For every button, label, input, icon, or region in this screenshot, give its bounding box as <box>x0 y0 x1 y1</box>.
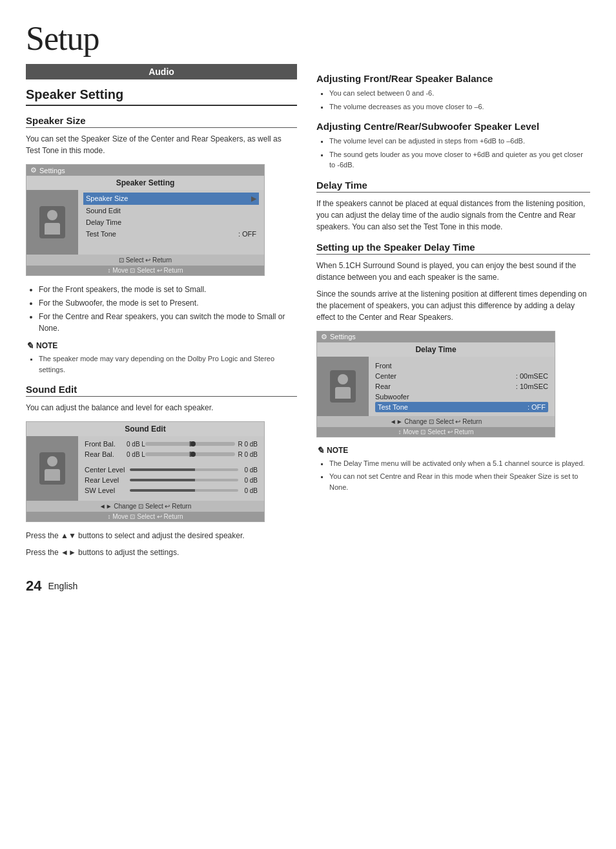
delay-time-title: Delay Time <box>316 180 590 193</box>
dt-subwoofer-label: Subwoofer <box>375 393 409 401</box>
se-body: Front Bal. 0 dB L R 0 dB Rear Bal. 0 dB <box>26 436 264 501</box>
ac-bullet-1: The volume level can be adjusted in step… <box>329 136 590 147</box>
front-bal-label: Front Bal. <box>85 440 127 448</box>
page-language: English <box>48 581 77 591</box>
menu-title: Speaker Setting <box>26 176 264 190</box>
dt-rear-val: : 10mSEC <box>516 383 548 390</box>
speaker-size-note: ✎ NOTE The speaker mode may vary dependi… <box>26 341 297 375</box>
center-level-bar <box>130 468 238 471</box>
dt-footer-label: ◄► Change ⊡ Select ↩ Return <box>390 418 482 425</box>
sw-level-label: SW Level <box>85 487 130 494</box>
dt-center-label: Center <box>375 372 396 380</box>
front-bal-left: 0 dB L <box>127 441 145 448</box>
page-footer: 24 English <box>26 578 297 594</box>
menu-item-test-tone[interactable]: Test Tone : OFF <box>83 228 259 240</box>
sound-edit-screen: Sound Edit Front Bal. 0 dB L <box>26 421 265 522</box>
dt-test-tone-label: Test Tone <box>378 403 408 411</box>
speaker-size-bullets: For the Front speakers, the mode is set … <box>39 284 297 334</box>
se-footer2: ↕ Move ⊡ Select ↩ Return <box>26 512 264 521</box>
dt-content: Front Center : 00mSEC Rear : 10mSEC <box>369 357 555 416</box>
adjusting-centre-bullets: The volume level can be adjusted in step… <box>329 136 590 171</box>
user-avatar <box>26 190 78 255</box>
dt-footer1: ◄► Change ⊡ Select ↩ Return <box>317 416 555 427</box>
ac-bullet-2: The sound gets louder as you move closer… <box>329 149 590 171</box>
front-bal-right: R 0 dB <box>238 441 258 448</box>
bullet-1: For the Front speakers, the mode is set … <box>39 284 297 295</box>
footer2-label: ↕ Move ⊡ Select ↩ Return <box>107 267 183 274</box>
dt-rear-row: Rear : 10mSEC <box>375 381 548 392</box>
dt-note-list: The Delay Time menu will be activated on… <box>329 458 590 493</box>
menu-item-label: Delay Time <box>86 218 121 226</box>
rear-level-bar <box>130 479 238 481</box>
menu-item-label: Speaker Size <box>86 194 128 203</box>
adjusting-centre-title: Adjusting Centre/Rear/Subwoofer Speaker … <box>316 121 590 132</box>
menu-area: Speaker Size ▶ Sound Edit Delay Time <box>26 190 264 255</box>
dt-footer2-label: ↕ Move ⊡ Select ↩ Return <box>398 428 473 435</box>
dt-center-val: : 00mSEC <box>516 372 548 380</box>
note-title: ✎ NOTE <box>26 341 297 351</box>
menu-item-delay-time[interactable]: Delay Time <box>83 216 259 228</box>
press-text-1: Press the ▲▼ buttons to select and adjus… <box>26 530 297 541</box>
rear-bal-label: Rear Bal. <box>85 450 127 458</box>
dt-front-label: Front <box>375 362 392 370</box>
screen-footer1: ⊡ Select ↩ Return <box>26 255 264 266</box>
front-bal-row: Front Bal. 0 dB L R 0 dB <box>85 440 258 448</box>
menu-item-speaker-size[interactable]: Speaker Size ▶ <box>83 193 259 205</box>
sw-level-row: SW Level 0 dB <box>85 487 258 494</box>
gear-icon: ⚙ <box>30 166 37 174</box>
menu-items: Speaker Size ▶ Sound Edit Delay Time <box>78 190 264 255</box>
adjusting-front-rear-section: Adjusting Front/Rear Speaker Balance You… <box>316 73 590 112</box>
sound-edit-title: Sound Edit <box>26 384 297 397</box>
dt-user-avatar <box>317 357 369 416</box>
adjusting-front-rear-title: Adjusting Front/Rear Speaker Balance <box>316 73 590 84</box>
rear-level-label: Rear Level <box>85 476 130 484</box>
rear-level-val: 0 dB <box>238 477 258 484</box>
page-title: Setup <box>26 19 590 58</box>
dt-note-label: NOTE <box>327 446 348 455</box>
center-level-row: Center Level 0 dB <box>85 466 258 474</box>
dt-subwoofer-row: Subwoofer <box>375 392 548 402</box>
rear-bal-bar <box>145 452 236 456</box>
press-text-2: Press the ◄► buttons to adjust the setti… <box>26 547 297 558</box>
bullet-3: For the Centre and Rear speakers, you ca… <box>39 311 297 334</box>
afr-bullet-1: You can select between 0 and -6. <box>329 88 590 99</box>
setting-up-desc2: Since the sounds arrive at the listening… <box>316 288 590 323</box>
se-footer1: ◄► Change ⊡ Select ↩ Return <box>26 501 264 512</box>
dt-header: ⚙ Settings <box>317 331 555 342</box>
menu-item-sound-edit[interactable]: Sound Edit <box>83 205 259 216</box>
delay-time-section: Delay Time If the speakers cannot be pla… <box>316 180 590 493</box>
setting-up-title: Setting up the Speaker Delay Time <box>316 242 590 255</box>
note-item-1: The speaker mode may vary depending on t… <box>39 353 297 375</box>
se-footer2-label: ↕ Move ⊡ Select ↩ Return <box>107 513 183 520</box>
speaker-size-section: Speaker Size You can set the Speaker Siz… <box>26 115 297 375</box>
se-footer-label: ◄► Change ⊡ Select ↩ Return <box>99 503 192 510</box>
footer-label: ⊡ Select ↩ Return <box>119 257 172 264</box>
setting-up-section: Setting up the Speaker Delay Time When 5… <box>316 242 590 437</box>
speaker-size-description: You can set the Speaker Size of the Cent… <box>26 133 297 156</box>
bullet-2: For the Subwoofer, the mode is set to Pr… <box>39 297 297 309</box>
dt-header-label: Settings <box>330 333 356 341</box>
page-number: 24 <box>26 578 41 594</box>
dt-body: Front Center : 00mSEC Rear : 10mSEC <box>317 357 555 416</box>
se-menu-title: Sound Edit <box>26 422 264 436</box>
note-label: NOTE <box>36 341 57 350</box>
sound-edit-section: Sound Edit You can adjust the balance an… <box>26 384 297 558</box>
front-bal-bar <box>145 442 236 446</box>
sw-level-bar <box>130 489 238 492</box>
dt-gear-icon: ⚙ <box>321 333 327 341</box>
center-level-label: Center Level <box>85 466 130 474</box>
arrow-icon: ▶ <box>251 194 256 203</box>
rear-bal-left: 0 dB L <box>127 451 145 458</box>
dt-note-item-2: You can not set Centre and Rear in this … <box>329 471 590 492</box>
delay-time-screen: ⚙ Settings Delay Time <box>316 331 555 437</box>
sw-level-val: 0 dB <box>238 487 258 494</box>
screen-footer2: ↕ Move ⊡ Select ↩ Return <box>26 266 264 275</box>
left-column: Audio Speaker Setting Speaker Size You c… <box>26 64 297 594</box>
menu-item-value: : OFF <box>238 230 256 238</box>
dt-footer2: ↕ Move ⊡ Select ↩ Return <box>317 427 555 437</box>
rear-bal-right: R 0 dB <box>238 451 258 458</box>
dt-menu-title: Delay Time <box>317 342 555 357</box>
adjusting-front-rear-bullets: You can select between 0 and -6. The vol… <box>329 88 590 112</box>
dt-test-tone-row[interactable]: Test Tone : OFF <box>375 402 548 412</box>
delay-time-note: ✎ NOTE The Delay Time menu will be activ… <box>316 445 590 493</box>
